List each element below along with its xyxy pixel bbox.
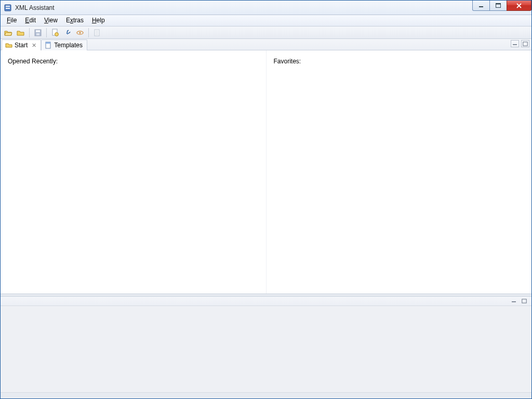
panel-minimize-button[interactable] (510, 297, 518, 304)
app-window: XML Assistant File Edit View Extras Help (0, 0, 532, 399)
preferences-button[interactable] (49, 28, 61, 38)
tab-start[interactable]: Start ✕ (2, 39, 41, 50)
toolbar (1, 26, 531, 39)
save-button[interactable] (32, 28, 44, 38)
close-button[interactable] (507, 1, 531, 11)
tab-close-icon[interactable]: ✕ (32, 42, 36, 49)
open-folder-icon (4, 29, 12, 37)
status-bar (1, 392, 531, 398)
save-icon (34, 29, 42, 37)
recent-label: Opened Recently: (8, 58, 259, 65)
bottom-panel-controls (510, 297, 528, 304)
bottom-panel-body (1, 306, 531, 392)
app-icon (4, 4, 12, 12)
svg-point-10 (55, 32, 59, 36)
toolbar-separator (88, 28, 89, 37)
panel-maximize-button[interactable] (520, 297, 528, 304)
templates-tab-icon (45, 42, 52, 49)
svg-point-12 (79, 32, 81, 33)
toolbar-separator (46, 28, 47, 37)
svg-rect-19 (513, 44, 517, 45)
svg-rect-22 (522, 299, 526, 302)
tab-label: Templates (54, 42, 83, 49)
document-gear-icon (51, 29, 59, 37)
maximize-button[interactable] (489, 1, 507, 11)
editor-tab-bar: Start ✕ Templates (1, 39, 531, 50)
menu-view[interactable]: View (40, 15, 62, 26)
tab-bar-controls (511, 40, 529, 47)
menu-bar: File Edit View Extras Help (1, 15, 531, 26)
folder-icon (17, 29, 25, 37)
bottom-panel-tab-bar (1, 297, 531, 306)
tab-minimize-button[interactable] (511, 40, 519, 47)
preview-button[interactable] (74, 28, 86, 38)
bottom-panel (1, 297, 531, 392)
wrench-icon (63, 29, 72, 37)
svg-rect-1 (6, 6, 10, 7)
page-icon (93, 29, 101, 37)
menu-file[interactable]: File (3, 15, 21, 26)
tools-button[interactable] (62, 28, 73, 38)
svg-rect-2 (6, 8, 10, 9)
open-related-button[interactable] (15, 28, 26, 38)
start-tab-icon (5, 42, 12, 49)
window-controls (473, 1, 531, 11)
svg-rect-3 (479, 6, 483, 7)
menu-edit[interactable]: Edit (21, 15, 40, 26)
minimize-button[interactable] (472, 1, 490, 11)
tab-label: Start (15, 42, 28, 49)
menu-extras[interactable]: Extras (62, 15, 88, 26)
open-button[interactable] (3, 28, 14, 38)
menu-help[interactable]: Help (88, 15, 109, 26)
tab-templates[interactable]: Templates (41, 39, 87, 50)
window-title: XML Assistant (15, 4, 55, 11)
eye-icon (76, 29, 84, 37)
title-bar: XML Assistant (1, 1, 531, 15)
main-content: Opened Recently: Favorites: (1, 50, 531, 294)
recent-panel: Opened Recently: (1, 50, 266, 294)
svg-rect-5 (496, 4, 501, 5)
new-page-button[interactable] (91, 28, 103, 38)
svg-rect-20 (523, 42, 527, 45)
svg-rect-21 (512, 301, 516, 302)
svg-rect-8 (36, 33, 39, 35)
toolbar-separator (29, 28, 30, 37)
svg-rect-7 (36, 30, 40, 32)
favorites-panel: Favorites: (266, 50, 532, 294)
svg-rect-18 (46, 42, 50, 44)
favorites-label: Favorites: (274, 58, 525, 65)
tab-maximize-button[interactable] (521, 40, 529, 47)
